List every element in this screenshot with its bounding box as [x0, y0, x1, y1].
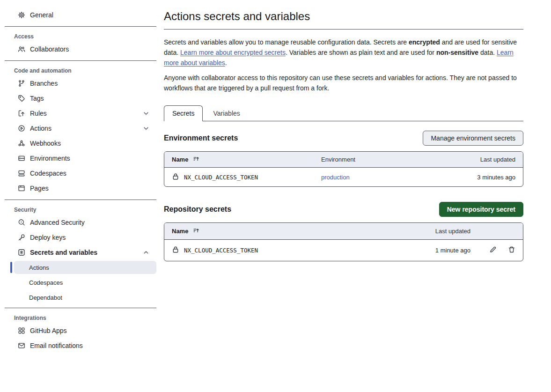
repository-secrets-table: Name Last updated NX_CLOUD_ACCESS_TOKEN …	[164, 222, 523, 261]
chevron-up-icon	[142, 249, 150, 256]
new-repository-secret-button[interactable]: New repository secret	[439, 202, 523, 217]
subnav-item-codespaces[interactable]: Codespaces	[14, 276, 156, 289]
sort-ascending-icon[interactable]	[193, 227, 199, 235]
sidebar-item-email-notifications[interactable]: Email notifications	[5, 338, 156, 353]
table-row: NX_CLOUD_ACCESS_TOKEN production 3 minut…	[164, 167, 523, 186]
sidebar-item-branches[interactable]: Branches	[5, 76, 156, 91]
page-title: Actions secrets and variables	[164, 10, 523, 23]
subnav-item-actions[interactable]: Actions	[14, 261, 156, 274]
asterisk-box-icon	[18, 249, 25, 256]
sidebar-item-codespaces[interactable]: Codespaces	[5, 166, 156, 181]
subnav-item-label: Actions	[29, 264, 49, 271]
subnav-item-label: Dependabot	[29, 294, 62, 301]
title-divider	[164, 29, 523, 30]
repository-secrets-header: Repository secrets New repository secret	[164, 202, 523, 217]
column-header-environment: Environment	[321, 156, 450, 163]
sidebar-item-label: Codespaces	[30, 170, 66, 177]
tab-secrets[interactable]: Secrets	[164, 105, 203, 121]
sidebar-item-label: GitHub Apps	[30, 327, 67, 334]
apps-grid-icon	[18, 327, 25, 334]
intro-text: data.	[478, 49, 497, 56]
sidebar-item-collaborators[interactable]: Collaborators	[5, 42, 156, 57]
environment-secrets-heading: Environment secrets	[164, 134, 238, 142]
sidebar-item-general[interactable]: General	[5, 7, 156, 22]
sidebar-item-tags[interactable]: Tags	[5, 91, 156, 106]
sidebar-item-deploy-keys[interactable]: Deploy keys	[5, 230, 156, 245]
column-header-last-updated: Last updated	[450, 156, 515, 163]
table-row: NX_CLOUD_ACCESS_TOKEN 1 minute ago	[164, 239, 523, 261]
column-header-name: Name	[172, 156, 188, 163]
sidebar-divider	[5, 60, 156, 61]
sidebar-item-secrets-and-variables[interactable]: Secrets and variables	[5, 245, 156, 260]
mail-icon	[18, 342, 25, 349]
collaborator-note: Anyone with collaborator access to this …	[164, 73, 523, 93]
main-content: Actions secrets and variables Secrets an…	[164, 0, 523, 261]
sidebar-item-label: Pages	[30, 185, 49, 192]
last-updated-value: 1 minute ago	[414, 247, 470, 254]
lock-icon	[172, 173, 179, 182]
edit-secret-button[interactable]	[489, 246, 497, 255]
sidebar-item-label: Tags	[30, 95, 44, 102]
sidebar-item-actions[interactable]: Actions	[5, 121, 156, 136]
sidebar-section-label-integrations: Integrations	[14, 315, 156, 321]
subnav-item-dependabot[interactable]: Dependabot	[14, 291, 156, 304]
sidebar-section-label-access: Access	[14, 33, 156, 40]
sidebar-item-label: Secrets and variables	[30, 249, 97, 256]
sidebar-item-advanced-security[interactable]: Advanced Security	[5, 215, 156, 230]
column-header-last-updated: Last updated	[414, 228, 470, 235]
sidebar-item-github-apps[interactable]: GitHub Apps	[5, 323, 156, 338]
secrets-variables-tabs: Secrets Variables	[164, 105, 523, 121]
settings-sidebar: General Access Collaborators Code and au…	[5, 0, 156, 353]
sidebar-item-label: Branches	[30, 80, 58, 87]
sidebar-item-label: Webhooks	[30, 140, 61, 147]
sidebar-divider	[5, 308, 156, 308]
browser-icon	[18, 185, 25, 192]
people-icon	[18, 45, 25, 53]
sidebar-item-rules[interactable]: Rules	[5, 106, 156, 121]
table-header-row: Name Last updated	[164, 223, 523, 239]
git-branch-icon	[18, 80, 25, 87]
intro-text: Secrets and variables allow you to manag…	[164, 38, 409, 46]
sidebar-item-pages[interactable]: Pages	[5, 181, 156, 196]
selected-accent-bar	[10, 262, 12, 273]
secret-name: NX_CLOUD_ACCESS_TOKEN	[184, 174, 258, 181]
repository-secrets-heading: Repository secrets	[164, 205, 231, 214]
sidebar-item-label: Deploy keys	[30, 234, 66, 241]
sidebar-item-label: Actions	[30, 125, 51, 132]
play-icon	[18, 125, 25, 132]
sidebar-item-environments[interactable]: Environments	[5, 151, 156, 166]
secrets-subnav: Actions Codespaces Dependabot	[14, 261, 156, 304]
server-icon	[18, 155, 25, 162]
sidebar-item-webhooks[interactable]: Webhooks	[5, 136, 156, 151]
sidebar-item-label: Email notifications	[30, 342, 83, 349]
sidebar-item-label: Advanced Security	[30, 219, 85, 226]
lock-icon	[172, 246, 179, 255]
webhook-icon	[18, 140, 25, 147]
last-updated-value: 3 minutes ago	[450, 174, 515, 181]
sort-ascending-icon[interactable]	[193, 155, 199, 163]
delete-secret-button[interactable]	[508, 246, 515, 255]
link-encrypted-secrets[interactable]: Learn more about encrypted secrets	[180, 49, 286, 56]
environment-link[interactable]: production	[321, 174, 350, 181]
gear-icon	[18, 11, 25, 19]
column-header-name: Name	[172, 228, 188, 235]
rules-icon	[18, 110, 25, 117]
subnav-item-label: Codespaces	[29, 279, 63, 286]
codescan-icon	[18, 219, 25, 226]
secret-name: NX_CLOUD_ACCESS_TOKEN	[184, 247, 258, 254]
sidebar-item-label: General	[30, 11, 53, 19]
intro-text: .	[225, 59, 227, 67]
environment-secrets-header: Environment secrets Manage environment s…	[164, 131, 523, 146]
chevron-down-icon	[142, 110, 150, 117]
sidebar-item-label: Collaborators	[30, 45, 69, 53]
trash-icon	[508, 246, 515, 255]
key-icon	[18, 234, 25, 241]
sidebar-section-label-security: Security	[14, 207, 156, 213]
pencil-icon	[489, 246, 497, 255]
manage-environment-secrets-button[interactable]: Manage environment secrets	[423, 131, 523, 146]
sidebar-section-label-code: Code and automation	[14, 67, 156, 74]
tab-variables[interactable]: Variables	[203, 106, 250, 121]
environment-secrets-table: Name Environment Last updated NX_CLOUD_A…	[164, 151, 523, 187]
intro-paragraph: Secrets and variables allow you to manag…	[164, 37, 523, 68]
sidebar-divider	[5, 200, 156, 200]
